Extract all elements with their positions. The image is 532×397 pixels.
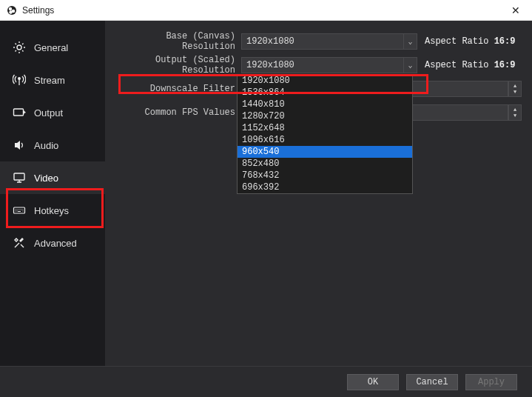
sidebar-item-advanced[interactable]: Advanced	[0, 227, 105, 259]
downscale-filter-label: Downscale Filter	[115, 84, 241, 94]
sidebar-item-label: Video	[34, 173, 58, 184]
monitor-icon	[12, 170, 27, 185]
fps-value-spinner[interactable]: ▲▼	[508, 104, 522, 121]
sidebar: General Stream Output Audio	[0, 21, 105, 366]
sidebar-item-stream[interactable]: Stream	[0, 64, 105, 96]
base-aspect: Aspect Ratio 16:9	[425, 36, 515, 47]
output-resolution-value: 1920x1080	[242, 60, 403, 70]
close-button[interactable]: ✕	[505, 3, 526, 18]
base-resolution-value: 1920x1080	[242, 36, 403, 47]
svg-rect-7	[14, 173, 24, 180]
keyboard-icon	[12, 203, 27, 218]
output-resolution-dropdown[interactable]: 1920x10801536x8641440x8101280x7201152x64…	[237, 74, 413, 194]
titlebar: Settings ✕	[0, 0, 532, 21]
apply-button[interactable]: Apply	[465, 374, 517, 390]
chevron-down-icon: ⌄	[403, 34, 417, 49]
footer: OK Cancel Apply	[0, 366, 532, 397]
ok-button[interactable]: OK	[347, 374, 399, 390]
content: General Stream Output Audio	[0, 21, 532, 366]
chevron-down-icon: ⌄	[403, 58, 417, 73]
cancel-button[interactable]: Cancel	[406, 374, 458, 390]
resolution-option[interactable]: 1536x864	[238, 87, 412, 99]
resolution-option[interactable]: 1152x648	[238, 122, 412, 134]
tools-icon	[12, 236, 27, 250]
output-resolution-combo[interactable]: 1920x1080 ⌄	[241, 57, 417, 73]
base-resolution-label: Base (Canvas) Resolution	[115, 31, 241, 52]
svg-point-0	[7, 6, 16, 15]
sidebar-item-video[interactable]: Video	[0, 161, 105, 194]
resolution-option[interactable]: 1280x720	[238, 110, 412, 122]
window-title: Settings	[22, 5, 505, 16]
sidebar-item-general[interactable]: General	[0, 31, 105, 64]
sidebar-item-label: Output	[34, 107, 63, 119]
app-icon	[6, 4, 18, 16]
resolution-option[interactable]: 768x432	[238, 170, 412, 181]
resolution-option[interactable]: 1440x810	[238, 99, 412, 110]
sidebar-item-output[interactable]: Output	[0, 96, 105, 129]
svg-point-1	[9, 7, 12, 10]
sidebar-item-audio[interactable]: Audio	[0, 129, 105, 161]
gear-icon	[12, 40, 27, 55]
base-resolution-row: Base (Canvas) Resolution 1920x1080 ⌄ Asp…	[115, 33, 522, 50]
fps-label: Common FPS Values	[115, 107, 241, 118]
svg-rect-8	[14, 207, 25, 213]
sidebar-item-label: Hotkeys	[34, 205, 69, 216]
output-resolution-label: Output (Scaled) Resolution	[115, 55, 241, 76]
resolution-option[interactable]: 852x480	[238, 158, 412, 170]
output-icon	[12, 105, 27, 120]
svg-rect-6	[14, 109, 24, 116]
resolution-option[interactable]: 696x392	[238, 181, 412, 193]
resolution-option[interactable]: 1920x1080	[238, 75, 412, 87]
output-resolution-row: Output (Scaled) Resolution 1920x1080 ⌄ A…	[115, 56, 522, 74]
antenna-icon	[12, 73, 27, 87]
video-settings-panel: Base (Canvas) Resolution 1920x1080 ⌄ Asp…	[105, 21, 532, 366]
resolution-option[interactable]: 960x540	[238, 146, 412, 158]
sidebar-item-label: Audio	[34, 140, 58, 151]
svg-point-4	[17, 45, 21, 50]
sidebar-item-label: Stream	[34, 75, 65, 86]
filter-spinner[interactable]: ▲▼	[508, 81, 522, 97]
sidebar-item-hotkeys[interactable]: Hotkeys	[0, 194, 105, 227]
sidebar-item-label: General	[34, 42, 68, 53]
base-resolution-combo[interactable]: 1920x1080 ⌄	[241, 33, 417, 50]
sidebar-item-label: Advanced	[34, 238, 77, 249]
svg-point-3	[9, 10, 12, 13]
svg-point-5	[18, 78, 21, 80]
output-aspect: Aspect Ratio 16:9	[425, 60, 515, 70]
resolution-option[interactable]: 1096x616	[238, 134, 412, 146]
speaker-icon	[12, 138, 27, 153]
